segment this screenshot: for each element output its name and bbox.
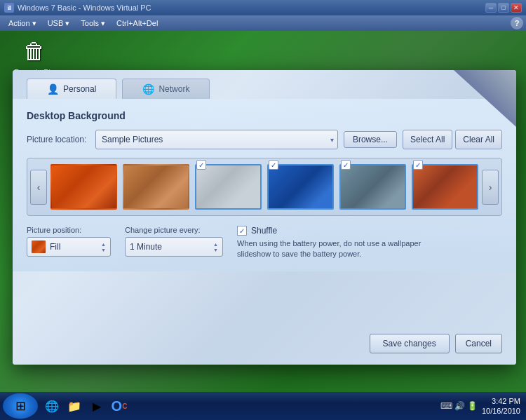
personal-icon: 👤 (47, 83, 59, 95)
cancel-button[interactable]: Cancel (455, 334, 502, 353)
close-button[interactable]: ✕ (511, 3, 522, 13)
help-button[interactable]: ? (511, 17, 523, 29)
change-picture-group: Change picture every: 1 Minute ▲ ▼ (125, 226, 223, 257)
gallery-item[interactable]: ✓ (339, 164, 406, 210)
gallery-item[interactable]: ✓ (412, 164, 478, 210)
battery-icon: 🔋 (467, 401, 478, 411)
menu-tools[interactable]: Tools ▾ (75, 18, 111, 29)
gallery-checkbox-sunset[interactable]: ✓ (413, 160, 423, 170)
gallery-thumb-flowers2 (195, 164, 262, 210)
maximize-button[interactable]: □ (498, 3, 509, 13)
taskbar-time-display: 3:42 PM (482, 396, 520, 406)
gallery-container: ‹ ✓ (27, 158, 502, 216)
picture-location-row: Picture location: Sample Pictures ▾ Brow… (27, 130, 502, 149)
dialog-tabs: 👤 Personal 🌐 Network (13, 70, 516, 99)
picture-location-value: Sample Pictures (102, 135, 163, 144)
browse-button[interactable]: Browse... (344, 131, 397, 148)
tab-network-label: Network (159, 84, 189, 94)
window-controls: ─ □ ✕ (485, 3, 522, 13)
gallery-checkbox-jellyfish[interactable]: ✓ (269, 160, 278, 170)
curl-decoration (446, 70, 516, 133)
taskbar: ⊞ 🌐 📁 ▶ OC ⌨ 🔊 🔋 3:42 PM 10/16/2010 (0, 392, 526, 420)
network-icon: 🌐 (142, 83, 154, 95)
position-spin-arrows: ▲ ▼ (101, 242, 106, 252)
gallery-thumb-jellyfish (267, 164, 334, 210)
battery-text: When using the battery power, do not use… (237, 238, 433, 260)
change-spin-arrows: ▲ ▼ (213, 242, 218, 252)
taskbar-clock: 3:42 PM 10/16/2010 (482, 396, 520, 416)
select-all-button[interactable]: Select All (403, 130, 452, 149)
section-title: Desktop Background (27, 110, 502, 121)
gallery-item[interactable]: ✓ (195, 164, 262, 210)
picture-position-value: Fill (50, 242, 98, 252)
gallery-prev-button[interactable]: ‹ (30, 170, 47, 205)
change-picture-label: Change picture every: (125, 226, 223, 234)
picture-position-label: Picture position: (27, 226, 111, 234)
change-picture-value: 1 Minute (130, 242, 210, 252)
gallery-checkbox-flowers2[interactable]: ✓ (196, 160, 206, 170)
gallery-item[interactable] (50, 164, 117, 210)
tab-network[interactable]: 🌐 Network (122, 79, 210, 99)
menu-ctrl-alt-del[interactable]: Ctrl+Alt+Del (111, 18, 163, 29)
save-changes-button[interactable]: Save changes (370, 334, 450, 353)
taskbar-media-icon[interactable]: ▶ (87, 396, 107, 416)
gallery-item[interactable]: ✓ (267, 164, 334, 210)
dialog-window: 👤 Personal 🌐 Network Desktop Background … (13, 70, 516, 365)
change-spin-up-icon: ▲ (213, 242, 218, 247)
gallery-items: ✓ ✓ ✓ (50, 164, 479, 210)
change-picture-select[interactable]: 1 Minute ▲ ▼ (125, 237, 223, 257)
shuffle-row: ✓ Shuffle (237, 226, 502, 236)
dialog-content: Desktop Background Picture location: Sam… (13, 99, 516, 271)
gallery-next-button[interactable]: › (482, 170, 499, 205)
minimize-button[interactable]: ─ (485, 3, 497, 13)
shuffle-checkbox[interactable]: ✓ (237, 226, 247, 236)
taskbar-quick-launch: 🌐 📁 ▶ OC (42, 396, 129, 416)
taskbar-app-icon[interactable]: OC (109, 396, 129, 416)
spin-up-icon: ▲ (101, 242, 106, 247)
picture-location-select[interactable]: Sample Pictures (95, 130, 338, 149)
picture-position-select[interactable]: Fill ▲ ▼ (27, 237, 111, 257)
gallery-checkbox-koala[interactable]: ✓ (341, 160, 351, 170)
keyboard-icon: ⌨ (440, 401, 452, 411)
taskbar-date-display: 10/16/2010 (482, 406, 520, 416)
window-icon: 🖥 (4, 3, 14, 13)
bottom-controls: Picture position: Fill ▲ ▼ Change pic (27, 226, 502, 260)
speaker-icon: 🔊 (454, 401, 465, 411)
gallery-thumb-flower (50, 164, 117, 210)
desktop: 🗑 Recycle Bin 🖥 Windows 7 Basic - Window… (0, 0, 526, 420)
gallery-thumb-desert (123, 164, 189, 210)
gallery-thumb-sunset (412, 164, 478, 210)
shuffle-group: ✓ Shuffle When using the battery power, … (237, 226, 502, 260)
taskbar-sys-icons: ⌨ 🔊 🔋 (440, 401, 478, 411)
shuffle-label: Shuffle (251, 226, 277, 236)
action-buttons: Save changes Cancel (370, 334, 502, 353)
start-button[interactable]: ⊞ (3, 393, 38, 419)
tab-personal-label: Personal (63, 84, 96, 94)
taskbar-folder-icon[interactable]: 📁 (65, 396, 84, 416)
change-spin-down-icon: ▼ (213, 248, 218, 252)
picture-location-select-wrapper: Sample Pictures ▾ (95, 130, 338, 149)
spin-down-icon: ▼ (101, 248, 106, 252)
taskbar-right: ⌨ 🔊 🔋 3:42 PM 10/16/2010 (440, 396, 526, 416)
gallery-thumb-koala (339, 164, 406, 210)
menu-bar: Action ▾ USB ▾ Tools ▾ Ctrl+Alt+Del ? (0, 15, 526, 31)
tab-personal[interactable]: 👤 Personal (27, 79, 116, 99)
taskbar-ie-icon[interactable]: 🌐 (42, 396, 62, 416)
menu-usb[interactable]: USB ▾ (42, 18, 76, 29)
window-title: Windows 7 Basic - Windows Virtual PC (18, 4, 485, 12)
gallery-item[interactable] (123, 164, 189, 210)
position-preview-icon (32, 241, 46, 253)
picture-location-label: Picture location: (27, 135, 90, 144)
menu-action[interactable]: Action ▾ (3, 18, 42, 29)
title-bar: 🖥 Windows 7 Basic - Windows Virtual PC ─… (0, 0, 526, 15)
picture-position-group: Picture position: Fill ▲ ▼ (27, 226, 111, 257)
